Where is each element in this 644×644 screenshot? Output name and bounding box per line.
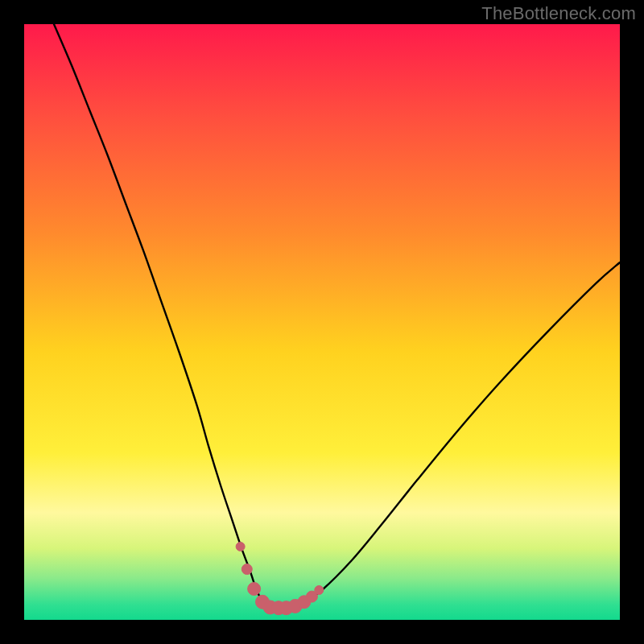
marker-point (248, 583, 261, 596)
marker-point (315, 586, 324, 595)
bottleneck-chart-svg (0, 0, 644, 644)
watermark-text: TheBottleneck.com (481, 3, 636, 24)
plot-background (24, 24, 620, 620)
chart-stage: TheBottleneck.com (0, 0, 644, 644)
marker-point (236, 542, 245, 551)
marker-point (242, 564, 252, 575)
